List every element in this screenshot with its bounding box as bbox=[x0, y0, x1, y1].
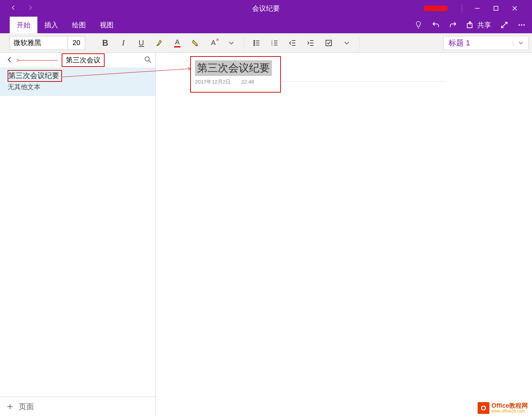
search-input[interactable]: 第三次会议 bbox=[62, 53, 105, 67]
note-date: 2017年12月2日 bbox=[195, 79, 231, 85]
page-item-subtitle: 无其他文本 bbox=[8, 83, 148, 92]
title-underline bbox=[281, 81, 447, 81]
svg-point-13 bbox=[145, 57, 149, 61]
font-name-input[interactable]: 微软雅黑 bbox=[10, 36, 68, 50]
outdent-button[interactable] bbox=[285, 36, 300, 50]
svg-text:3: 3 bbox=[271, 44, 273, 46]
svg-point-6 bbox=[254, 42, 255, 43]
svg-rect-11 bbox=[326, 40, 331, 46]
title-bar: 会议纪要 bbox=[0, 0, 532, 17]
window-title: 会议纪要 bbox=[252, 4, 280, 13]
style-selector[interactable]: 标题 1 bbox=[444, 38, 513, 48]
page-sidebar: 第三次会议 第三次会议纪要 无其他文本 页面 bbox=[0, 53, 156, 416]
note-title-container[interactable]: 第三次会议纪要 2017年12月2日 22:48 bbox=[190, 56, 281, 93]
tab-home[interactable]: 开始 bbox=[10, 17, 37, 33]
underline-button[interactable]: U bbox=[134, 36, 149, 50]
search-icon[interactable] bbox=[144, 55, 152, 65]
watermark-line1: Office教程网 bbox=[491, 402, 528, 409]
note-time: 22:48 bbox=[241, 79, 254, 85]
maximize-button[interactable] bbox=[493, 5, 499, 12]
note-canvas[interactable]: 第三次会议纪要 2017年12月2日 22:48 O Office教程网 www… bbox=[156, 53, 532, 416]
number-list-button[interactable]: 123 bbox=[267, 36, 282, 50]
watermark-line2: www.office26.com bbox=[491, 409, 528, 414]
svg-point-7 bbox=[254, 44, 255, 45]
todo-button[interactable] bbox=[321, 36, 336, 50]
tab-insert[interactable]: 插入 bbox=[37, 17, 65, 33]
paragraph-dropdown[interactable] bbox=[339, 36, 354, 50]
add-page-label: 页面 bbox=[19, 401, 34, 412]
undo-button[interactable] bbox=[432, 21, 440, 29]
toolbar-separator bbox=[359, 36, 360, 50]
nav-forward-button[interactable] bbox=[27, 5, 33, 12]
svg-point-5 bbox=[254, 40, 255, 41]
svg-point-3 bbox=[521, 24, 522, 26]
nav-back-button[interactable] bbox=[10, 5, 17, 12]
highlight-button[interactable] bbox=[152, 36, 167, 50]
content-area: 第三次会议 第三次会议纪要 无其他文本 页面 第三次会议纪要 2017年12月2… bbox=[0, 53, 532, 416]
svg-point-4 bbox=[523, 24, 525, 26]
note-title[interactable]: 第三次会议纪要 bbox=[195, 60, 272, 76]
more-button[interactable] bbox=[517, 21, 526, 29]
bullet-list-button[interactable] bbox=[249, 36, 264, 50]
fullscreen-button[interactable] bbox=[500, 21, 508, 29]
redo-button[interactable] bbox=[449, 21, 457, 29]
font-color-button[interactable]: A bbox=[170, 36, 185, 50]
italic-button[interactable]: I bbox=[116, 36, 131, 50]
close-button[interactable] bbox=[511, 5, 518, 12]
style-dropdown[interactable] bbox=[513, 40, 528, 46]
tab-view[interactable]: 视图 bbox=[93, 17, 121, 33]
toolbar-separator bbox=[244, 36, 244, 50]
format-brush-button[interactable]: A✕ bbox=[206, 36, 221, 50]
page-item-title: 第三次会议纪要 bbox=[8, 70, 62, 82]
page-list-item[interactable]: 第三次会议纪要 无其他文本 bbox=[0, 68, 156, 96]
indent-button[interactable] bbox=[303, 36, 318, 50]
divider bbox=[462, 4, 462, 12]
nav-up-button[interactable] bbox=[6, 56, 13, 64]
formatting-toolbar: 微软雅黑 20 B I U A A✕ 123 标题 1 bbox=[0, 33, 532, 53]
share-label: 共享 bbox=[477, 20, 491, 30]
office-logo-icon: O bbox=[478, 402, 489, 414]
font-size-input[interactable]: 20 bbox=[68, 36, 85, 50]
font-dropdown[interactable] bbox=[224, 36, 239, 50]
account-redacted bbox=[424, 6, 448, 11]
tell-me-icon[interactable] bbox=[414, 21, 423, 29]
tab-draw[interactable]: 绘图 bbox=[65, 17, 93, 33]
add-page-button[interactable]: 页面 bbox=[0, 397, 156, 416]
watermark: O Office教程网 www.office26.com bbox=[478, 402, 528, 414]
share-button[interactable]: 共享 bbox=[466, 20, 491, 30]
bold-button[interactable]: B bbox=[98, 36, 113, 50]
ribbon: 开始 插入 绘图 视图 共享 bbox=[0, 17, 532, 33]
font-selector[interactable]: 微软雅黑 20 bbox=[10, 36, 85, 50]
minimize-button[interactable] bbox=[474, 5, 481, 12]
svg-point-2 bbox=[518, 24, 520, 26]
clear-format-button[interactable] bbox=[188, 36, 203, 50]
svg-rect-0 bbox=[494, 6, 498, 10]
